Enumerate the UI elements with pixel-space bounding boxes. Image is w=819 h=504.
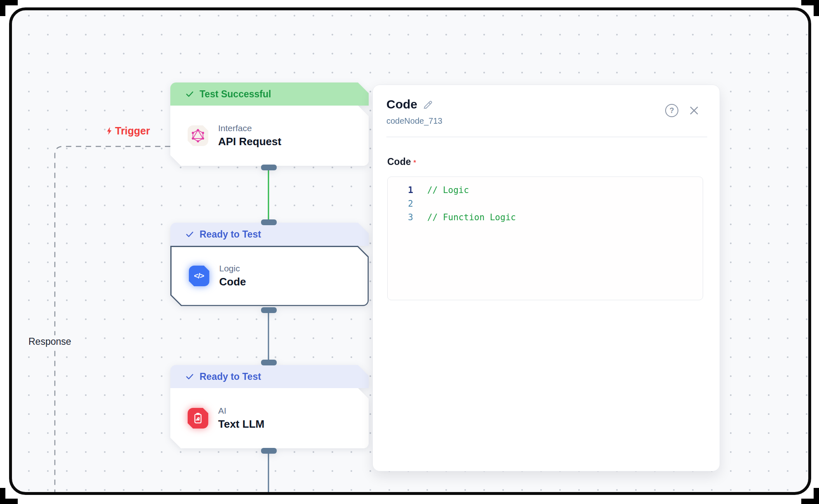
- node-api-request[interactable]: Test Successful: [170, 82, 369, 166]
- edit-pencil-icon[interactable]: [422, 99, 433, 110]
- code-editor[interactable]: 1 // Logic 2 3 // Function Logic: [387, 177, 703, 300]
- node-category: AI: [218, 406, 264, 416]
- code-brackets-icon: </>: [189, 266, 209, 286]
- node-config-panel: Code codeNode_713 ? Code* 1: [372, 85, 720, 471]
- code-line: 1 // Logic: [388, 184, 703, 197]
- node-title: Code: [219, 276, 246, 288]
- code-line: 3 // Function Logic: [388, 211, 703, 224]
- panel-header: Code codeNode_713 ?: [373, 85, 720, 126]
- trigger-text: Trigger: [115, 125, 150, 137]
- check-icon: [185, 89, 194, 99]
- status-text: Test Successful: [200, 89, 271, 100]
- connection-handle-source[interactable]: [261, 307, 277, 313]
- help-icon[interactable]: ?: [665, 104, 678, 117]
- graphql-icon: [188, 125, 208, 146]
- code-text[interactable]: // Function Logic: [427, 211, 516, 224]
- required-marker: *: [414, 159, 416, 166]
- connection-handle-target[interactable]: [261, 360, 277, 365]
- check-icon: [185, 372, 194, 381]
- connection-handle-target[interactable]: [261, 219, 277, 225]
- node-card[interactable]: Interface API Request: [170, 106, 369, 166]
- status-banner-success: Test Successful: [170, 82, 369, 106]
- status-banner-ready: Ready to Test: [170, 365, 369, 388]
- check-icon: [185, 230, 194, 239]
- response-dashed-edge: [55, 146, 170, 492]
- node-code[interactable]: Ready to Test </> Logic Code: [170, 223, 369, 306]
- clipboard-pen-icon: [188, 408, 208, 429]
- status-text: Ready to Test: [200, 371, 261, 382]
- node-title: Text LLM: [218, 418, 264, 431]
- node-title: API Request: [218, 135, 281, 148]
- code-line: 2: [388, 197, 703, 211]
- workflow-canvas[interactable]: Trigger Response Test Successful: [9, 7, 811, 495]
- node-category: Logic: [219, 264, 246, 273]
- panel-title: Code: [386, 97, 417, 111]
- line-number: 1: [388, 184, 413, 197]
- close-icon[interactable]: [688, 105, 700, 116]
- status-text: Ready to Test: [200, 229, 261, 240]
- node-card-selected[interactable]: </> Logic Code: [170, 246, 369, 306]
- line-number: 3: [388, 211, 413, 224]
- node-text-llm[interactable]: Ready to Test AI Text LLM: [170, 365, 369, 448]
- lightning-bolt-icon: [105, 126, 114, 136]
- trigger-label: Trigger: [105, 125, 150, 137]
- code-field-label: Code: [387, 156, 411, 167]
- line-number: 2: [388, 197, 413, 211]
- connection-handle-source[interactable]: [261, 165, 277, 170]
- node-category: Interface: [218, 123, 281, 133]
- node-card[interactable]: AI Text LLM: [170, 388, 369, 448]
- connection-handle-source[interactable]: [261, 448, 277, 454]
- code-text[interactable]: // Logic: [427, 184, 469, 197]
- response-label: Response: [26, 335, 74, 348]
- panel-node-id: codeNode_713: [386, 116, 705, 126]
- status-banner-ready: Ready to Test: [170, 223, 369, 246]
